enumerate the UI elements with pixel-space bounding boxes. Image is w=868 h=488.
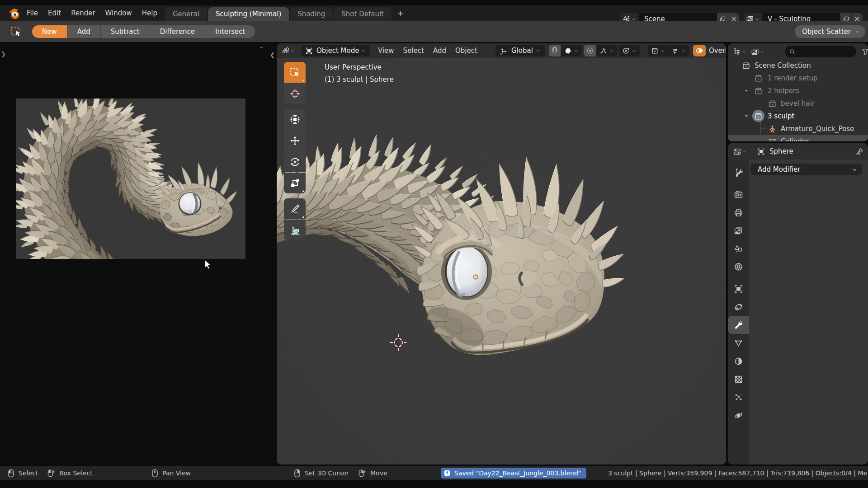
show-header-arrow[interactable]: ⌄ — [259, 43, 264, 50]
row-label: Armature_Quick_Pose — [781, 125, 854, 133]
rotate-tool[interactable] — [284, 151, 306, 172]
proportional-edit-toggle[interactable] — [584, 45, 596, 56]
constraints[interactable] — [728, 298, 749, 316]
scene-stats: 3 sculpt | Sphere | Verts:359,909 | Face… — [608, 466, 868, 480]
add-workspace-button[interactable]: + — [392, 6, 408, 20]
visibility-eye-icon — [671, 47, 679, 55]
disclosure-triangle-icon[interactable] — [744, 89, 749, 93]
mode-button[interactable]: Subtract — [101, 25, 150, 38]
mode-button[interactable]: New — [32, 25, 67, 38]
disclosure-triangle-icon[interactable] — [744, 114, 749, 118]
workspace-tab[interactable]: Shot Default — [334, 7, 392, 21]
transform-orientation-dropdown[interactable]: Global — [495, 45, 545, 56]
interaction-mode-dropdown[interactable]: Object Mode — [301, 45, 370, 56]
scene[interactable] — [728, 239, 749, 258]
proportional-edit-group — [584, 45, 617, 56]
workspace-tab[interactable]: General — [165, 7, 207, 21]
outliner-row[interactable]: Armature_Quick_Pose — [728, 122, 868, 135]
modifiers[interactable] — [728, 316, 749, 334]
collapse-toolbar-arrow[interactable]: ❮ — [270, 52, 275, 58]
status-hint: Select — [7, 466, 38, 480]
status-hint: Set 3D Cursor — [293, 466, 349, 480]
3d-cursor — [389, 333, 407, 352]
box-select-tool[interactable] — [284, 62, 306, 83]
workspace-tabs: GeneralSculpting (Minimal)ShadingShot De… — [165, 5, 392, 21]
proportional-falloff-dropdown[interactable] — [596, 45, 617, 56]
physics[interactable] — [728, 406, 749, 424]
chevron-down-icon — [755, 17, 760, 22]
saved-message-text: Saved "Day22_Beast_Jungle_003.blend" — [454, 469, 581, 477]
cursor-tool[interactable] — [284, 83, 306, 104]
visibility-box-icon — [651, 47, 659, 55]
top-menu-item[interactable]: Help — [137, 5, 162, 21]
viewport-menu-item[interactable]: Add — [429, 43, 451, 58]
editor-type-dropdown[interactable] — [733, 147, 746, 156]
active-tool-box-select-icon[interactable] — [10, 26, 22, 38]
object-scatter-dropdown[interactable]: Object Scatter — [795, 25, 865, 38]
top-menu-list: FileEditRenderWindowHelp — [22, 5, 162, 21]
object[interactable] — [728, 280, 749, 298]
row-label: Cylinder — [781, 137, 809, 141]
show-gizmo-dropdown[interactable] — [619, 45, 640, 56]
mouse-icon — [47, 469, 56, 478]
show-overlays-toggle[interactable] — [693, 45, 706, 56]
world[interactable] — [728, 258, 749, 276]
outliner-row[interactable]: Scene Collection — [728, 59, 868, 72]
render[interactable] — [728, 185, 749, 203]
object-type-visibility-dropdown[interactable] — [668, 45, 689, 56]
outliner-row[interactable]: Cylinder — [728, 135, 868, 141]
move-tool[interactable] — [284, 130, 306, 151]
outliner-row[interactable]: bevel hair — [728, 97, 868, 110]
outliner-row[interactable]: 2 helpers — [728, 84, 868, 97]
mode-button[interactable]: Difference — [150, 25, 205, 38]
row-icon — [742, 61, 750, 70]
properties-area: Sphere — [728, 143, 868, 465]
material[interactable] — [728, 352, 749, 370]
mode-button[interactable]: Intersect — [205, 25, 255, 38]
editor-type-dropdown[interactable] — [281, 45, 295, 56]
output[interactable] — [728, 203, 749, 221]
measure-tool[interactable] — [284, 220, 306, 240]
snap-toggle-button[interactable] — [549, 45, 561, 56]
object-visibility-dropdown[interactable] — [648, 45, 669, 56]
tool-settings-bar: NewAddSubtractDifferenceIntersect Object… — [0, 21, 868, 42]
viewport-menu-item[interactable]: Object — [451, 43, 482, 58]
workspace-tab[interactable]: Sculpting (Minimal) — [208, 7, 289, 21]
outliner-row[interactable]: 1 render setup — [728, 72, 868, 84]
outliner-row[interactable]: 3 sculpt — [728, 110, 868, 122]
top-menu-item[interactable]: Edit — [43, 5, 66, 21]
transform-tool[interactable] — [284, 109, 306, 130]
object-mode-icon — [305, 47, 313, 55]
row-label: 3 sculpt — [768, 112, 794, 120]
workspace-tab[interactable]: Shading — [290, 7, 333, 21]
particles[interactable] — [728, 388, 749, 406]
row-icon — [754, 74, 763, 83]
add-modifier-label: Add Modifier — [758, 165, 852, 174]
gizmo-icon — [622, 47, 630, 55]
chevron-down-icon — [852, 167, 858, 173]
top-menu-item[interactable]: Window — [100, 5, 137, 21]
mouse-icon — [293, 469, 302, 478]
annotate-tool[interactable] — [284, 198, 306, 219]
mode-button[interactable]: Add — [67, 25, 101, 38]
mouse-icon — [359, 469, 367, 478]
properties-breadcrumb: Sphere — [757, 147, 793, 155]
tool[interactable] — [728, 163, 749, 181]
snap-target-dropdown[interactable] — [561, 45, 582, 56]
hint-label: Select — [19, 469, 38, 477]
add-modifier-button[interactable]: Add Modifier — [750, 164, 862, 175]
scale-tool[interactable] — [284, 173, 306, 193]
viewport-menu-item[interactable]: View — [373, 43, 399, 58]
top-menu-item[interactable]: Render — [66, 5, 100, 21]
expand-sidebar-arrow[interactable]: ❯ — [1, 51, 6, 57]
object-data[interactable] — [728, 334, 749, 352]
pin-icon[interactable] — [855, 147, 863, 155]
view-layer[interactable] — [728, 221, 749, 239]
chevron-down-icon — [660, 48, 665, 53]
mouse-pointer — [204, 259, 212, 270]
top-menu-item[interactable]: File — [22, 5, 43, 21]
chevron-down-icon — [681, 48, 686, 53]
texture[interactable] — [728, 370, 749, 388]
viewport-3d-area[interactable]: Object Mode ViewSelectAddObject Global — [277, 43, 726, 465]
viewport-menu-item[interactable]: Select — [399, 43, 429, 58]
